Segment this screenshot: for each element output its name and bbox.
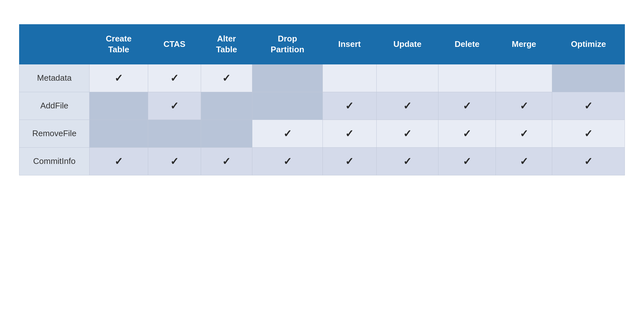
check-icon: ✓ xyxy=(114,156,123,167)
check-icon: ✓ xyxy=(283,128,292,139)
check-icon: ✓ xyxy=(463,156,471,167)
cell-r0-c6 xyxy=(376,64,438,92)
cell-r3-c2: ✓ xyxy=(148,147,201,175)
check-icon: ✓ xyxy=(403,100,412,112)
header-col-7: Delete xyxy=(438,25,496,64)
check-icon: ✓ xyxy=(584,100,593,112)
cell-r3-c1: ✓ xyxy=(90,147,148,175)
check-icon: ✓ xyxy=(170,156,179,167)
cell-r1-c4 xyxy=(252,92,323,120)
row-label-1: AddFile xyxy=(19,92,90,120)
header-col-8: Merge xyxy=(496,25,552,64)
cell-r0-c5 xyxy=(323,64,377,92)
check-icon: ✓ xyxy=(584,156,593,167)
check-icon: ✓ xyxy=(520,128,528,139)
cell-r1-c8: ✓ xyxy=(496,92,552,120)
cell-r3-c9: ✓ xyxy=(552,147,625,175)
check-icon: ✓ xyxy=(345,156,354,167)
cell-r0-c8 xyxy=(496,64,552,92)
table-body: Metadata✓✓✓AddFile✓✓✓✓✓✓RemoveFile✓✓✓✓✓✓… xyxy=(19,64,625,175)
cell-r2-c1 xyxy=(90,120,148,147)
check-icon: ✓ xyxy=(520,100,528,112)
table-header-row: CreateTableCTASAlterTableDropPartitionIn… xyxy=(19,25,625,64)
cell-r3-c7: ✓ xyxy=(438,147,496,175)
check-icon: ✓ xyxy=(403,128,412,139)
cell-r0-c7 xyxy=(438,64,496,92)
cell-r2-c9: ✓ xyxy=(552,120,625,147)
header-col-5: Insert xyxy=(323,25,377,64)
check-icon: ✓ xyxy=(520,156,528,167)
header-col-6: Update xyxy=(376,25,438,64)
cell-r0-c1: ✓ xyxy=(90,64,148,92)
row-label-2: RemoveFile xyxy=(19,120,90,147)
row-label-3: CommitInfo xyxy=(19,147,90,175)
check-icon: ✓ xyxy=(345,128,354,139)
cell-r2-c6: ✓ xyxy=(376,120,438,147)
header-col-3: AlterTable xyxy=(201,25,252,64)
check-icon: ✓ xyxy=(170,72,179,84)
header-col-9: Optimize xyxy=(552,25,625,64)
check-icon: ✓ xyxy=(584,128,593,139)
check-icon: ✓ xyxy=(463,128,471,139)
cell-r1-c5: ✓ xyxy=(323,92,377,120)
cell-r1-c2: ✓ xyxy=(148,92,201,120)
table-row: RemoveFile✓✓✓✓✓✓ xyxy=(19,120,625,147)
cell-r2-c4: ✓ xyxy=(252,120,323,147)
cell-r3-c3: ✓ xyxy=(201,147,252,175)
check-icon: ✓ xyxy=(283,156,292,167)
table-row: AddFile✓✓✓✓✓✓ xyxy=(19,92,625,120)
cell-r0-c9 xyxy=(552,64,625,92)
header-row-label xyxy=(19,25,90,64)
check-icon: ✓ xyxy=(170,100,179,112)
table-row: Metadata✓✓✓ xyxy=(19,64,625,92)
check-icon: ✓ xyxy=(222,156,231,167)
cell-r2-c7: ✓ xyxy=(438,120,496,147)
cell-r2-c5: ✓ xyxy=(323,120,377,147)
cell-r1-c7: ✓ xyxy=(438,92,496,120)
check-icon: ✓ xyxy=(114,72,123,84)
header-col-2: CTAS xyxy=(148,25,201,64)
cell-r0-c4 xyxy=(252,64,323,92)
cell-r2-c8: ✓ xyxy=(496,120,552,147)
table-row: CommitInfo✓✓✓✓✓✓✓✓✓ xyxy=(19,147,625,175)
check-icon: ✓ xyxy=(403,156,412,167)
cell-r1-c3 xyxy=(201,92,252,120)
cell-r2-c3 xyxy=(201,120,252,147)
cell-r3-c4: ✓ xyxy=(252,147,323,175)
row-label-0: Metadata xyxy=(19,64,90,92)
cell-r2-c2 xyxy=(148,120,201,147)
check-icon: ✓ xyxy=(463,100,471,112)
cell-r0-c2: ✓ xyxy=(148,64,201,92)
check-icon: ✓ xyxy=(345,100,354,112)
cell-r3-c5: ✓ xyxy=(323,147,377,175)
cell-r3-c8: ✓ xyxy=(496,147,552,175)
cell-r1-c9: ✓ xyxy=(552,92,625,120)
header-col-1: CreateTable xyxy=(90,25,148,64)
cell-r1-c6: ✓ xyxy=(376,92,438,120)
header-col-4: DropPartition xyxy=(252,25,323,64)
data-table: CreateTableCTASAlterTableDropPartitionIn… xyxy=(19,24,625,175)
cell-r3-c6: ✓ xyxy=(376,147,438,175)
cell-r1-c1 xyxy=(90,92,148,120)
cell-r0-c3: ✓ xyxy=(201,64,252,92)
check-icon: ✓ xyxy=(222,72,231,84)
